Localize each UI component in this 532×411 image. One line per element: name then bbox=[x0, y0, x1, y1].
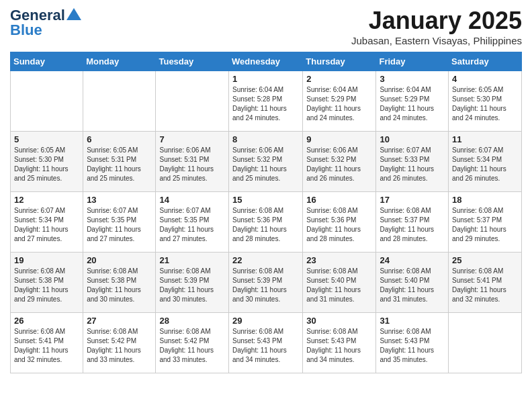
logo-blue: Blue bbox=[10, 21, 42, 39]
calendar-cell: 6Sunrise: 6:05 AM Sunset: 5:31 PM Daylig… bbox=[83, 132, 156, 192]
calendar-cell: 11Sunrise: 6:07 AM Sunset: 5:34 PM Dayli… bbox=[449, 132, 522, 192]
cell-info: Sunrise: 6:08 AM Sunset: 5:37 PM Dayligh… bbox=[452, 206, 518, 244]
weekday-saturday: Saturday bbox=[449, 52, 522, 71]
calendar-cell: 4Sunrise: 6:05 AM Sunset: 5:30 PM Daylig… bbox=[449, 71, 522, 132]
day-number: 29 bbox=[232, 316, 299, 326]
day-number: 13 bbox=[87, 195, 152, 205]
day-number: 23 bbox=[306, 255, 372, 265]
cell-info: Sunrise: 6:04 AM Sunset: 5:29 PM Dayligh… bbox=[306, 85, 372, 123]
week-row-4: 19Sunrise: 6:08 AM Sunset: 5:38 PM Dayli… bbox=[11, 253, 522, 313]
day-number: 15 bbox=[232, 195, 299, 205]
day-number: 22 bbox=[232, 255, 299, 265]
calendar-cell: 16Sunrise: 6:08 AM Sunset: 5:36 PM Dayli… bbox=[303, 192, 376, 253]
day-number: 16 bbox=[306, 195, 372, 205]
day-number: 12 bbox=[14, 195, 79, 205]
calendar-cell: 10Sunrise: 6:07 AM Sunset: 5:33 PM Dayli… bbox=[376, 132, 449, 192]
day-number: 24 bbox=[380, 255, 445, 265]
calendar-cell: 8Sunrise: 6:06 AM Sunset: 5:32 PM Daylig… bbox=[229, 132, 303, 192]
cell-info: Sunrise: 6:07 AM Sunset: 5:35 PM Dayligh… bbox=[87, 206, 152, 244]
calendar-cell: 19Sunrise: 6:08 AM Sunset: 5:38 PM Dayli… bbox=[11, 253, 83, 313]
calendar-cell: 1Sunrise: 6:04 AM Sunset: 5:28 PM Daylig… bbox=[229, 71, 303, 132]
weekday-tuesday: Tuesday bbox=[156, 52, 229, 71]
weekday-sunday: Sunday bbox=[11, 52, 83, 71]
cell-info: Sunrise: 6:07 AM Sunset: 5:33 PM Dayligh… bbox=[380, 146, 445, 183]
calendar-cell: 31Sunrise: 6:08 AM Sunset: 5:43 PM Dayli… bbox=[376, 313, 449, 373]
cell-info: Sunrise: 6:08 AM Sunset: 5:43 PM Dayligh… bbox=[380, 327, 445, 365]
week-row-2: 5Sunrise: 6:05 AM Sunset: 5:30 PM Daylig… bbox=[11, 132, 522, 192]
day-number: 30 bbox=[306, 316, 372, 326]
week-row-5: 26Sunrise: 6:08 AM Sunset: 5:41 PM Dayli… bbox=[11, 313, 522, 373]
calendar-cell: 7Sunrise: 6:06 AM Sunset: 5:31 PM Daylig… bbox=[156, 132, 229, 192]
svg-marker-0 bbox=[66, 8, 81, 20]
cell-info: Sunrise: 6:08 AM Sunset: 5:37 PM Dayligh… bbox=[380, 206, 445, 244]
cell-info: Sunrise: 6:07 AM Sunset: 5:35 PM Dayligh… bbox=[159, 206, 225, 244]
page-header: General Blue January 2025 Jubasan, Easte… bbox=[10, 7, 522, 46]
day-number: 25 bbox=[452, 255, 518, 265]
cell-info: Sunrise: 6:08 AM Sunset: 5:39 PM Dayligh… bbox=[232, 267, 299, 304]
cell-info: Sunrise: 6:08 AM Sunset: 5:43 PM Dayligh… bbox=[232, 327, 299, 365]
cell-info: Sunrise: 6:08 AM Sunset: 5:40 PM Dayligh… bbox=[380, 267, 445, 304]
calendar-cell: 3Sunrise: 6:04 AM Sunset: 5:29 PM Daylig… bbox=[376, 71, 449, 132]
week-row-1: 1Sunrise: 6:04 AM Sunset: 5:28 PM Daylig… bbox=[11, 71, 522, 132]
weekday-wednesday: Wednesday bbox=[229, 52, 303, 71]
cell-info: Sunrise: 6:04 AM Sunset: 5:29 PM Dayligh… bbox=[380, 85, 445, 123]
cell-info: Sunrise: 6:06 AM Sunset: 5:31 PM Dayligh… bbox=[159, 146, 225, 183]
calendar-cell: 22Sunrise: 6:08 AM Sunset: 5:39 PM Dayli… bbox=[229, 253, 303, 313]
weekday-monday: Monday bbox=[83, 52, 156, 71]
day-number: 19 bbox=[14, 255, 79, 265]
day-number: 2 bbox=[306, 74, 372, 84]
cell-info: Sunrise: 6:08 AM Sunset: 5:38 PM Dayligh… bbox=[87, 267, 152, 304]
calendar-cell bbox=[156, 71, 229, 132]
cell-info: Sunrise: 6:08 AM Sunset: 5:40 PM Dayligh… bbox=[306, 267, 372, 304]
day-number: 26 bbox=[14, 316, 79, 326]
cell-info: Sunrise: 6:07 AM Sunset: 5:34 PM Dayligh… bbox=[14, 206, 79, 244]
month-title: January 2025 bbox=[351, 7, 522, 35]
cell-info: Sunrise: 6:05 AM Sunset: 5:31 PM Dayligh… bbox=[87, 146, 152, 183]
cell-info: Sunrise: 6:05 AM Sunset: 5:30 PM Dayligh… bbox=[452, 85, 518, 123]
day-number: 5 bbox=[14, 134, 79, 144]
day-number: 8 bbox=[232, 134, 299, 144]
calendar-cell bbox=[11, 71, 83, 132]
cell-info: Sunrise: 6:08 AM Sunset: 5:39 PM Dayligh… bbox=[159, 267, 225, 304]
calendar-cell: 15Sunrise: 6:08 AM Sunset: 5:36 PM Dayli… bbox=[229, 192, 303, 253]
cell-info: Sunrise: 6:05 AM Sunset: 5:30 PM Dayligh… bbox=[14, 146, 79, 183]
cell-info: Sunrise: 6:08 AM Sunset: 5:36 PM Dayligh… bbox=[232, 206, 299, 244]
weekday-header-row: SundayMondayTuesdayWednesdayThursdayFrid… bbox=[11, 52, 522, 71]
page-container: General Blue January 2025 Jubasan, Easte… bbox=[0, 0, 532, 380]
calendar-cell: 27Sunrise: 6:08 AM Sunset: 5:42 PM Dayli… bbox=[83, 313, 156, 373]
day-number: 21 bbox=[159, 255, 225, 265]
cell-info: Sunrise: 6:07 AM Sunset: 5:34 PM Dayligh… bbox=[452, 146, 518, 183]
calendar-cell: 13Sunrise: 6:07 AM Sunset: 5:35 PM Dayli… bbox=[83, 192, 156, 253]
cell-info: Sunrise: 6:04 AM Sunset: 5:28 PM Dayligh… bbox=[232, 85, 299, 123]
calendar-cell bbox=[83, 71, 156, 132]
cell-info: Sunrise: 6:08 AM Sunset: 5:41 PM Dayligh… bbox=[14, 327, 79, 365]
calendar-cell: 9Sunrise: 6:06 AM Sunset: 5:32 PM Daylig… bbox=[303, 132, 376, 192]
cell-info: Sunrise: 6:06 AM Sunset: 5:32 PM Dayligh… bbox=[306, 146, 372, 183]
cell-info: Sunrise: 6:08 AM Sunset: 5:41 PM Dayligh… bbox=[452, 267, 518, 304]
week-row-3: 12Sunrise: 6:07 AM Sunset: 5:34 PM Dayli… bbox=[11, 192, 522, 253]
location: Jubasan, Eastern Visayas, Philippines bbox=[351, 35, 522, 46]
day-number: 17 bbox=[380, 195, 445, 205]
day-number: 18 bbox=[452, 195, 518, 205]
day-number: 28 bbox=[159, 316, 225, 326]
calendar-cell: 17Sunrise: 6:08 AM Sunset: 5:37 PM Dayli… bbox=[376, 192, 449, 253]
calendar-cell: 21Sunrise: 6:08 AM Sunset: 5:39 PM Dayli… bbox=[156, 253, 229, 313]
logo: General Blue bbox=[10, 7, 81, 39]
cell-info: Sunrise: 6:06 AM Sunset: 5:32 PM Dayligh… bbox=[232, 146, 299, 183]
calendar-cell: 25Sunrise: 6:08 AM Sunset: 5:41 PM Dayli… bbox=[449, 253, 522, 313]
day-number: 1 bbox=[232, 74, 299, 84]
day-number: 14 bbox=[159, 195, 225, 205]
weekday-friday: Friday bbox=[376, 52, 449, 71]
day-number: 3 bbox=[380, 74, 445, 84]
calendar-cell: 12Sunrise: 6:07 AM Sunset: 5:34 PM Dayli… bbox=[11, 192, 83, 253]
cell-info: Sunrise: 6:08 AM Sunset: 5:43 PM Dayligh… bbox=[306, 327, 372, 365]
calendar-cell: 24Sunrise: 6:08 AM Sunset: 5:40 PM Dayli… bbox=[376, 253, 449, 313]
day-number: 11 bbox=[452, 134, 518, 144]
day-number: 9 bbox=[306, 134, 372, 144]
day-number: 27 bbox=[87, 316, 152, 326]
day-number: 31 bbox=[380, 316, 445, 326]
cell-info: Sunrise: 6:08 AM Sunset: 5:42 PM Dayligh… bbox=[159, 327, 225, 365]
cell-info: Sunrise: 6:08 AM Sunset: 5:36 PM Dayligh… bbox=[306, 206, 372, 244]
calendar-cell bbox=[449, 313, 522, 373]
calendar-cell: 23Sunrise: 6:08 AM Sunset: 5:40 PM Dayli… bbox=[303, 253, 376, 313]
